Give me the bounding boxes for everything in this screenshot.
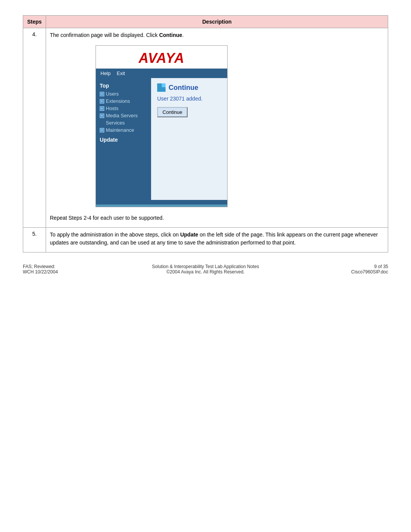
avaya-content-area: Continue User 23071 added. Continue — [151, 78, 227, 200]
sidebar-item-label: Media Servers — [106, 113, 138, 118]
footer-doc-name: Cisco7960SIP.doc — [268, 269, 388, 275]
continue-title-row: Continue — [157, 83, 221, 92]
avaya-footer-bar2 — [96, 204, 227, 207]
users-icon: + — [100, 92, 104, 96]
footer-right: 9 of 35 Cisco7960SIP.doc — [268, 264, 388, 275]
media-servers-icon: + — [100, 113, 104, 118]
nav-exit[interactable]: Exit — [117, 70, 125, 76]
sidebar-top-label: Top — [100, 83, 147, 89]
avaya-footer-bar — [96, 200, 227, 204]
step5-text-before: To apply the administration in the above… — [50, 232, 180, 238]
sidebar-item-label: Extensions — [106, 98, 130, 104]
extensions-icon: + — [100, 99, 104, 104]
step-description: The confirmation page will be displayed.… — [46, 28, 388, 228]
footer-reviewed: FAS; Reviewed: — [23, 264, 143, 269]
continue-icon — [157, 83, 166, 92]
table-row: 5. To apply the administration in the ab… — [23, 228, 388, 252]
avaya-navbar: Help Exit — [96, 69, 227, 78]
continue-word: Continue — [159, 32, 182, 38]
sidebar-item-label: Maintenance — [106, 127, 134, 133]
avaya-logo: AVAYA — [96, 46, 227, 69]
step-number: 5. — [23, 228, 46, 252]
maintenance-icon: + — [100, 128, 104, 133]
sidebar-item-users[interactable]: + Users — [100, 91, 147, 97]
hosts-icon: + — [100, 106, 104, 111]
avaya-ui-screenshot: AVAYA Help Exit Top + U — [96, 45, 228, 207]
header-description: Description — [46, 16, 388, 28]
footer-center: Solution & Interoperability Test Lab App… — [145, 264, 266, 275]
sidebar-item-label: Users — [106, 91, 119, 97]
sidebar-item-maintenance[interactable]: + Maintenance — [100, 127, 147, 133]
step-number: 4. — [23, 28, 46, 228]
continue-button[interactable]: Continue — [157, 107, 188, 117]
step-description: To apply the administration in the above… — [46, 228, 388, 252]
repeat-steps-text: Repeat Steps 2-4 for each user to be sup… — [50, 214, 384, 222]
header-steps: Steps — [23, 16, 46, 28]
footer-page-number: 9 of 35 — [268, 264, 388, 269]
sidebar-item-extensions[interactable]: + Extensions — [100, 98, 147, 104]
sidebar-item-services[interactable]: Services — [100, 120, 147, 126]
continue-heading: Continue — [169, 84, 198, 92]
footer-lab-notes: Solution & Interoperability Test Lab App… — [145, 264, 266, 269]
footer-left: FAS; Reviewed: WCH 10/22/2004 — [23, 264, 143, 275]
nav-help[interactable]: Help — [100, 70, 111, 76]
sidebar-item-media-servers[interactable]: + Media Servers — [100, 113, 147, 118]
desc-intro: The confirmation page will be displayed.… — [50, 32, 159, 38]
sidebar-item-hosts[interactable]: + Hosts — [100, 105, 147, 111]
page-footer: FAS; Reviewed: WCH 10/22/2004 Solution &… — [23, 264, 388, 275]
table-row: 4. The confirmation page will be display… — [23, 28, 388, 228]
sidebar-item-label: Hosts — [106, 105, 118, 111]
sidebar-item-label: Services — [106, 120, 125, 126]
footer-copyright: ©2004 Avaya Inc. All Rights Reserved. — [145, 269, 266, 275]
sidebar-update-label[interactable]: Update — [100, 137, 147, 143]
avaya-sidebar: Top + Users + Extensions + Ho — [96, 78, 151, 200]
update-word: Update — [180, 232, 198, 238]
step5-description: To apply the administration in the above… — [50, 231, 384, 247]
desc-intro-text: The confirmation page will be displayed.… — [50, 31, 384, 39]
main-table: Steps Description 4. The confirmation pa… — [23, 15, 388, 252]
user-added-text: User 23071 added. — [157, 96, 221, 102]
avaya-body: Top + Users + Extensions + Ho — [96, 78, 227, 200]
footer-date: WCH 10/22/2004 — [23, 269, 143, 275]
avaya-logo-text: AVAYA — [139, 50, 184, 66]
